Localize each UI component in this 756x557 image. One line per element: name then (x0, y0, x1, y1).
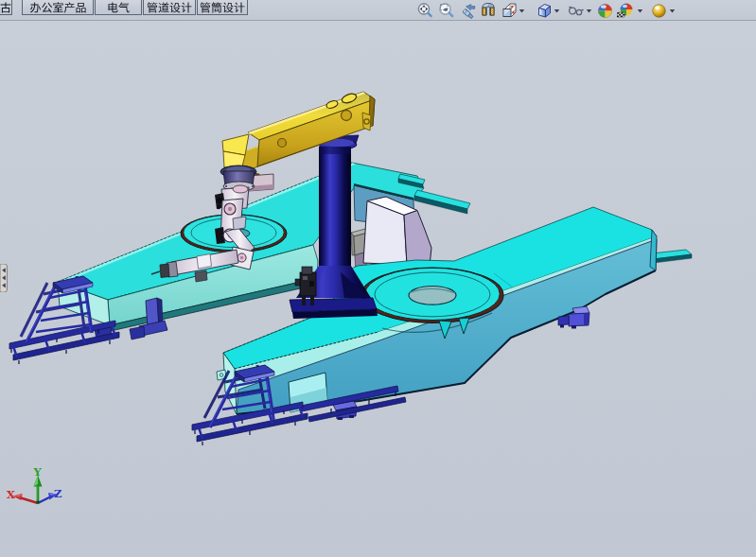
eyeglasses-icon (567, 2, 585, 20)
display-style-dropdown[interactable] (554, 9, 560, 13)
graphics-viewport[interactable]: X Y Z (0, 0, 756, 557)
previous-view-button[interactable] (460, 2, 478, 20)
hide-show-items-dropdown[interactable] (586, 9, 592, 13)
triad-y-label: Y (33, 465, 43, 479)
right-turntable-ring (361, 268, 503, 322)
tab-label: 管筒设计 (198, 0, 247, 14)
tab-partial[interactable]: 古 (0, 0, 12, 15)
gold-sphere-icon (650, 2, 668, 20)
tab-label: 古 (0, 0, 11, 14)
color-ball-icon (596, 2, 614, 20)
zoom-to-fit-button[interactable] (416, 2, 434, 20)
display-style-button[interactable] (536, 2, 554, 20)
tab-office-products[interactable]: 办公室产品 (22, 0, 94, 15)
zoom-to-area-button[interactable] (437, 2, 455, 20)
apply-scene-dropdown[interactable] (637, 9, 643, 13)
checkered-ball-icon (617, 2, 635, 20)
tab-tubing-design[interactable]: 管筒设计 (197, 0, 248, 15)
command-manager-bar: 古 办公室产品 电气 管道设计 管筒设计 (0, 0, 756, 21)
unfolded-cube-icon (501, 2, 519, 20)
triad-x-label: X (7, 488, 15, 501)
view-settings-dropdown[interactable] (669, 9, 676, 13)
magnifier-arrows-icon (416, 2, 434, 20)
tab-electrical[interactable]: 电气 (95, 0, 142, 15)
dropdown-arrow-icon (587, 9, 591, 12)
triad-z-label: Z (54, 487, 62, 500)
tab-label: 管道设计 (144, 0, 195, 14)
dropdown-arrow-icon (519, 9, 524, 12)
view-settings-button[interactable] (650, 2, 668, 20)
feature-panel-flyout-tab[interactable] (0, 264, 8, 292)
section-cut-icon (480, 2, 498, 20)
section-view-button[interactable] (480, 2, 498, 20)
view-orientation-button[interactable] (501, 2, 519, 20)
shaded-cube-icon (536, 2, 554, 20)
telescope-arrow-icon (460, 2, 478, 20)
hide-show-items-button[interactable] (567, 2, 585, 20)
apply-scene-button[interactable] (617, 2, 635, 20)
dropdown-arrow-icon (638, 9, 642, 12)
dropdown-arrow-icon (670, 9, 675, 12)
edit-appearance-button[interactable] (596, 2, 614, 20)
view-orientation-dropdown[interactable] (519, 9, 525, 13)
tab-label: 电气 (96, 0, 141, 14)
tab-label: 办公室产品 (23, 0, 93, 14)
tab-piping-design[interactable]: 管道设计 (143, 0, 196, 15)
magnifier-area-icon (437, 2, 455, 20)
dropdown-arrow-icon (554, 9, 559, 12)
